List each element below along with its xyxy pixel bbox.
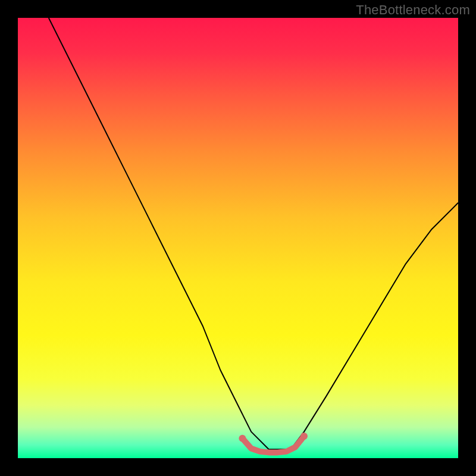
- gradient-background: [18, 18, 458, 458]
- series-flat-bottom-marker-endpoint: [239, 435, 246, 442]
- bottleneck-chart: [18, 18, 458, 458]
- chart-frame: TheBottleneck.com: [0, 0, 476, 476]
- series-flat-bottom-marker-endpoint: [300, 433, 308, 440]
- watermark-text: TheBottleneck.com: [356, 2, 470, 18]
